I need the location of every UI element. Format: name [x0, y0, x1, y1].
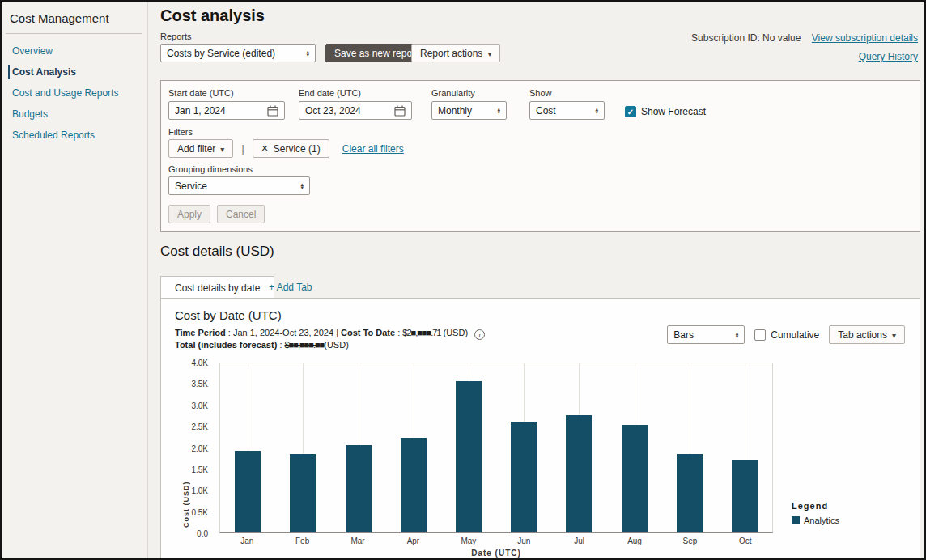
x-tick-label: Jun — [496, 537, 551, 545]
x-tick-label: May — [441, 537, 496, 545]
sidebar-item-cost-and-usage-reports[interactable]: Cost and Usage Reports — [2, 83, 147, 104]
x-tick-label: Jul — [551, 537, 606, 545]
chart-type-select[interactable]: Bars ▴▾ — [667, 325, 745, 344]
granularity-label: Granularity — [431, 88, 507, 98]
tab-actions-button[interactable]: Tab actions — [829, 325, 905, 344]
cancel-button[interactable]: Cancel — [217, 205, 265, 223]
reports-select-value: Costs by Service (edited) — [167, 48, 275, 59]
view-subscription-details-link[interactable]: View subscription details — [812, 32, 918, 44]
grouping-dimensions-value: Service — [175, 180, 207, 192]
reports-select[interactable]: Costs by Service (edited) ▴▾ — [160, 44, 316, 62]
show-label: Show — [529, 88, 605, 98]
select-stepper-icon: ▴▾ — [497, 108, 500, 114]
legend-item-analytics: Analytics — [792, 515, 839, 525]
calendar-icon[interactable] — [267, 105, 278, 117]
x-axis-labels: JanFebMarAprMayJunJulAugSepOct — [219, 537, 773, 545]
legend-series-label: Analytics — [804, 515, 839, 525]
end-date-label: End date (UTC) — [299, 88, 412, 98]
y-tick-label: 1.5K — [191, 465, 208, 473]
bar-feb[interactable] — [290, 454, 316, 532]
cost-to-date-label: Cost To Date — [341, 328, 395, 337]
chart-legend: Legend Analytics — [792, 501, 839, 525]
report-actions-button[interactable]: Report actions — [411, 44, 500, 62]
y-tick-label: 2.0K — [191, 443, 208, 452]
info-icon[interactable]: i — [474, 329, 485, 340]
x-tick-label: Aug — [607, 537, 662, 545]
x-tick-label: Jan — [219, 537, 274, 545]
filter-separator: | — [241, 143, 244, 155]
chart-type-value: Bars — [673, 329, 694, 341]
x-tick-label: Feb — [274, 537, 329, 545]
x-tick-label: Mar — [330, 537, 385, 545]
show-group: Show Cost ▴▾ — [529, 88, 605, 120]
tab-actions-label: Tab actions — [838, 329, 887, 341]
bar-may[interactable] — [456, 381, 482, 532]
total-currency: (USD) — [324, 340, 349, 350]
sidebar-title: Cost Management — [2, 2, 147, 25]
total-label: Total (includes forecast) — [175, 340, 277, 350]
show-forecast-checkbox[interactable] — [625, 106, 636, 117]
subscription-info: Subscription ID: No value View subscript… — [691, 32, 918, 62]
main-content: Cost analysis Subscription ID: No value … — [149, 2, 924, 558]
y-tick-label: 2.5K — [191, 422, 208, 431]
y-tick-label: 1.0K — [191, 486, 208, 495]
remove-filter-icon[interactable]: ✕ — [261, 143, 269, 154]
y-tick-label: 3.5K — [191, 380, 208, 388]
x-tick-label: Apr — [385, 537, 440, 545]
sidebar-divider — [6, 33, 142, 34]
add-filter-label: Add filter — [177, 143, 215, 155]
caret-down-icon — [220, 143, 224, 155]
caret-down-icon — [487, 48, 491, 59]
apply-button[interactable]: Apply — [168, 205, 210, 223]
bar-sep[interactable] — [677, 454, 703, 532]
x-tick-label: Sep — [662, 537, 717, 545]
bar-apr[interactable] — [401, 438, 427, 532]
start-date-group: Start date (UTC) — [168, 88, 285, 120]
filters-label: Filters — [168, 127, 193, 137]
clear-all-filters-link[interactable]: Clear all filters — [342, 143, 404, 155]
cumulative-group: Cumulative — [754, 329, 819, 341]
reports-label: Reports — [160, 32, 192, 41]
show-select[interactable]: Cost ▴▾ — [529, 101, 605, 120]
bar-jul[interactable] — [566, 415, 592, 532]
cost-to-date-currency: (USD) — [444, 328, 469, 337]
query-history-link[interactable]: Query History — [859, 51, 918, 62]
y-tick-label: 0.5K — [191, 507, 208, 516]
tab-cost-details-by-date[interactable]: Cost details by date — [160, 276, 274, 299]
bar-oct[interactable] — [732, 460, 758, 532]
caret-down-icon — [892, 329, 896, 341]
chart-card: Cost by Date (UTC) Time Period : Jan 1, … — [160, 298, 920, 560]
chart-meta-line1: Time Period : Jan 1, 2024-Oct 23, 2024 |… — [175, 328, 485, 340]
select-stepper-icon: ▴▾ — [306, 50, 309, 57]
granularity-select[interactable]: Monthly ▴▾ — [431, 101, 507, 120]
service-filter-label: Service (1) — [274, 143, 321, 155]
chart-meta-line2: Total (includes forecast) : $■■,■■■.■■(U… — [175, 340, 349, 350]
calendar-icon[interactable] — [394, 105, 406, 117]
cumulative-checkbox[interactable] — [754, 329, 766, 341]
y-tick-label: 0.0 — [197, 529, 208, 538]
subscription-id-text: Subscription ID: No value — [691, 32, 801, 44]
bar-mar[interactable] — [346, 445, 372, 532]
cost-details-heading: Cost details (USD) — [160, 244, 274, 260]
service-filter-chip[interactable]: ✕ Service (1) — [253, 139, 329, 158]
sidebar-item-budgets[interactable]: Budgets — [2, 104, 147, 125]
sidebar-item-cost-analysis[interactable]: Cost Analysis — [2, 62, 147, 83]
bar-jan[interactable] — [235, 451, 261, 532]
bar-jun[interactable] — [511, 422, 537, 532]
bar-aug[interactable] — [622, 425, 648, 532]
show-forecast-group: Show Forecast — [625, 106, 706, 117]
sidebar: Cost Management Overview Cost Analysis C… — [2, 2, 148, 558]
filter-panel: Start date (UTC) End date (UTC) Granular… — [160, 80, 920, 232]
chart-title: Cost by Date (UTC) — [175, 308, 282, 322]
grouping-dimensions-select[interactable]: Service ▴▾ — [168, 176, 310, 195]
time-period-label: Time Period — [175, 328, 226, 337]
sidebar-item-scheduled-reports[interactable]: Scheduled Reports — [2, 125, 147, 146]
add-filter-button[interactable]: Add filter — [168, 139, 233, 158]
granularity-group: Granularity Monthly ▴▾ — [431, 88, 507, 120]
start-date-input[interactable] — [175, 105, 256, 117]
y-axis: 0.00.5K1.0K1.5K2.0K2.5K3.0K3.5K4.0K — [161, 363, 213, 533]
start-date-label: Start date (UTC) — [168, 88, 285, 98]
add-tab-button[interactable]: + Add Tab — [269, 282, 312, 293]
sidebar-item-overview[interactable]: Overview — [2, 40, 147, 62]
end-date-input[interactable] — [305, 105, 386, 117]
